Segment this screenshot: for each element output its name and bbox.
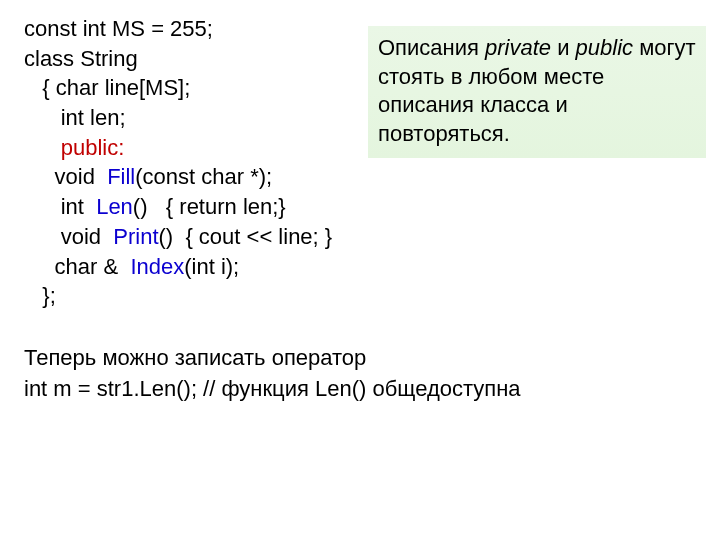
- note-private: private: [485, 35, 551, 60]
- code-line: int len;: [24, 105, 126, 130]
- code-fn-len: Len: [96, 194, 133, 219]
- code-fn-index: Index: [130, 254, 184, 279]
- code-fn-print: Print: [113, 224, 158, 249]
- code-line: void: [24, 164, 107, 189]
- code-indent: [24, 135, 61, 160]
- note-box: Описания private и public могут стоять в…: [368, 26, 706, 158]
- code-line: void: [24, 224, 113, 249]
- code-line: () { cout << line; }: [159, 224, 333, 249]
- note-public: public: [576, 35, 633, 60]
- paragraph: Теперь можно записать оператор int m = s…: [24, 343, 700, 405]
- code-line: (int i);: [184, 254, 239, 279]
- code-fn-fill: Fill: [107, 164, 135, 189]
- code-line: class String: [24, 46, 138, 71]
- code-line: int: [24, 194, 96, 219]
- code-line: char &: [24, 254, 130, 279]
- note-text: и: [551, 35, 576, 60]
- para-line: int m = str1.Len(); // функция Len() общ…: [24, 374, 700, 405]
- code-line: { char line[MS];: [24, 75, 190, 100]
- code-line: () { return len;}: [133, 194, 286, 219]
- note-text: Описания: [378, 35, 485, 60]
- code-public-keyword: public:: [61, 135, 125, 160]
- code-line: };: [24, 283, 56, 308]
- code-line: (const char *);: [135, 164, 272, 189]
- para-line: Теперь можно записать оператор: [24, 343, 700, 374]
- code-line: const int MS = 255;: [24, 16, 213, 41]
- slide: Описания private и public могут стоять в…: [0, 0, 720, 540]
